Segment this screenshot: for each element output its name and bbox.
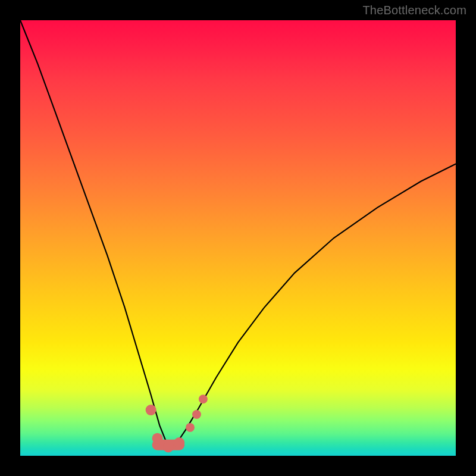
marker-dot [174,437,184,448]
marker-dot [199,394,208,403]
marker-dot [192,410,201,419]
curve-layer [20,20,456,456]
chart-frame: TheBottleneck.com [0,0,476,476]
marker-dot [152,433,163,444]
marker-dot [186,423,195,432]
plot-area [20,20,456,456]
bottleneck-curve [20,20,456,447]
marker-dot [146,405,156,415]
marker-dot [163,441,174,452]
watermark-text: TheBottleneck.com [362,4,466,17]
